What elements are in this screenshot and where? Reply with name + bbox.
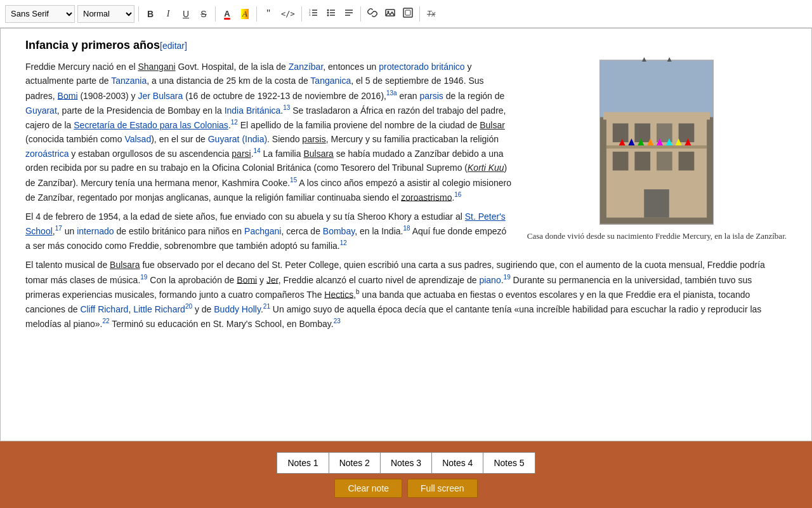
svg-rect-41 bbox=[600, 60, 713, 117]
unordered-list-icon bbox=[326, 8, 336, 20]
insert-image-button[interactable] bbox=[383, 5, 398, 23]
notes-tab-5[interactable]: Notes 5 bbox=[483, 453, 534, 473]
svg-point-6 bbox=[327, 10, 329, 11]
link-zanzibar-1[interactable]: Zanzíbar bbox=[289, 62, 323, 72]
font-family-select[interactable]: Sans Serif bbox=[5, 5, 75, 23]
action-buttons-container: Clear note Full screen bbox=[334, 479, 477, 498]
notes-tab-2[interactable]: Notes 2 bbox=[329, 453, 381, 473]
link-guyarat-2[interactable]: Guyarat (India) bbox=[208, 134, 267, 144]
quote-icon: " bbox=[266, 8, 270, 20]
code-button[interactable]: </> bbox=[278, 5, 298, 23]
toolbar-separator-6 bbox=[419, 6, 420, 22]
svg-rect-32 bbox=[645, 189, 670, 218]
toolbar-separator-5 bbox=[360, 6, 361, 22]
clear-format-icon: Tx bbox=[427, 10, 435, 18]
link-buddy[interactable]: Buddy Holly bbox=[214, 304, 261, 314]
article-image-container: ▲ ▲ bbox=[527, 60, 787, 241]
svg-rect-26 bbox=[679, 123, 695, 142]
unordered-list-button[interactable] bbox=[324, 5, 339, 23]
svg-text:3.: 3. bbox=[309, 13, 311, 17]
blockquote-button[interactable]: " bbox=[261, 5, 276, 23]
embed-icon bbox=[403, 8, 413, 20]
link-icon bbox=[367, 8, 377, 20]
strikethrough-button[interactable]: S bbox=[196, 5, 211, 23]
bottom-bar: Notes 1 Notes 2 Notes 3 Notes 4 Notes 5 … bbox=[0, 441, 812, 508]
svg-rect-24 bbox=[635, 123, 651, 142]
toolbar-separator-2 bbox=[215, 6, 216, 22]
highlight-button[interactable]: A bbox=[237, 5, 252, 23]
svg-rect-27 bbox=[606, 145, 707, 149]
link-jer[interactable]: Jer Bulsara bbox=[138, 90, 183, 100]
left-arrow-icon[interactable]: ▲ bbox=[640, 55, 648, 64]
font-size-select[interactable]: Normal bbox=[77, 5, 134, 23]
link-bomi[interactable]: Bomi bbox=[58, 90, 78, 100]
paragraph-3: El talento musical de Bulsara fue observ… bbox=[25, 258, 787, 331]
underline-button[interactable]: U bbox=[178, 5, 193, 23]
clear-format-button[interactable]: Tx bbox=[424, 5, 439, 23]
svg-rect-30 bbox=[657, 152, 672, 171]
svg-rect-29 bbox=[635, 152, 651, 171]
link-pachgani[interactable]: Pachgani bbox=[244, 226, 281, 236]
link-tanganica[interactable]: Tanganica bbox=[310, 76, 351, 86]
highlight-label: A bbox=[241, 9, 249, 19]
link-parsis[interactable]: parsis bbox=[419, 90, 443, 100]
link-bombay[interactable]: Bombay bbox=[323, 226, 355, 236]
notes-tab-1[interactable]: Notes 1 bbox=[277, 453, 329, 473]
svg-rect-19 bbox=[405, 10, 410, 15]
article-image bbox=[599, 60, 714, 225]
notes-tabs-container: Notes 1 Notes 2 Notes 3 Notes 4 Notes 5 bbox=[277, 452, 535, 474]
editor-wrapper[interactable]: Infancia y primeros años[editar] ▲ ▲ bbox=[0, 28, 812, 441]
svg-rect-18 bbox=[403, 8, 412, 17]
svg-rect-23 bbox=[613, 123, 629, 142]
bold-button[interactable]: B bbox=[143, 5, 158, 23]
svg-point-8 bbox=[327, 15, 329, 17]
ordered-list-button[interactable]: 1.2.3. bbox=[306, 5, 321, 23]
clear-note-button[interactable]: Clear note bbox=[334, 479, 402, 498]
svg-rect-25 bbox=[657, 123, 672, 142]
toolbar-separator-3 bbox=[256, 6, 257, 22]
italic-button[interactable]: I bbox=[160, 5, 176, 23]
link-secretaria[interactable]: Secretaría de Estado para las Colonias bbox=[74, 120, 228, 130]
toolbar-separator-4 bbox=[301, 6, 302, 22]
right-arrow-icon[interactable]: ▲ bbox=[665, 55, 673, 64]
link-tanzania[interactable]: Tanzania bbox=[111, 76, 147, 86]
link-guyarat-1[interactable]: Guyarat bbox=[25, 105, 57, 115]
svg-rect-42 bbox=[603, 112, 710, 120]
align-icon bbox=[344, 8, 354, 20]
svg-line-15 bbox=[371, 11, 374, 14]
notes-tab-4[interactable]: Notes 4 bbox=[432, 453, 483, 473]
svg-rect-31 bbox=[679, 152, 695, 171]
link-valsad[interactable]: Valsad bbox=[124, 134, 151, 144]
link-india-britanica[interactable]: India Británica bbox=[225, 105, 281, 115]
ordered-list-icon: 1.2.3. bbox=[308, 8, 318, 20]
full-screen-button[interactable]: Full screen bbox=[407, 479, 477, 498]
svg-rect-28 bbox=[613, 152, 629, 171]
link-piano[interactable]: piano bbox=[479, 274, 501, 284]
image-caption: Casa donde vivió desde su nacimiento Fre… bbox=[527, 231, 787, 241]
font-color-button[interactable]: A bbox=[219, 5, 235, 23]
align-button[interactable] bbox=[341, 5, 357, 23]
link-internado[interactable]: internado bbox=[77, 226, 114, 236]
svg-point-7 bbox=[327, 12, 329, 14]
notes-tab-3[interactable]: Notes 3 bbox=[381, 453, 432, 473]
link-protectorado[interactable]: protectorado británico bbox=[379, 62, 464, 72]
edit-link[interactable]: [editar] bbox=[160, 41, 187, 51]
editor-toolbar: Sans Serif Normal B I U S A A " </> 1.2.… bbox=[0, 0, 812, 28]
link-zoroastrica[interactable]: zoroástrica bbox=[25, 149, 69, 159]
link-cliff[interactable]: Cliff Richard bbox=[80, 304, 128, 314]
embed-button[interactable] bbox=[400, 5, 416, 23]
editor-content: Infancia y primeros años[editar] ▲ ▲ bbox=[25, 39, 787, 331]
image-icon bbox=[385, 8, 395, 20]
section-title: Infancia y primeros años[editar] bbox=[25, 39, 787, 52]
code-icon: </> bbox=[281, 10, 295, 18]
toolbar-separator-1 bbox=[138, 6, 139, 22]
link-button[interactable] bbox=[365, 5, 380, 23]
font-color-label: A bbox=[224, 9, 230, 18]
image-arrows: ▲ ▲ bbox=[640, 55, 673, 64]
link-little-richard[interactable]: Little Richard bbox=[133, 304, 185, 314]
